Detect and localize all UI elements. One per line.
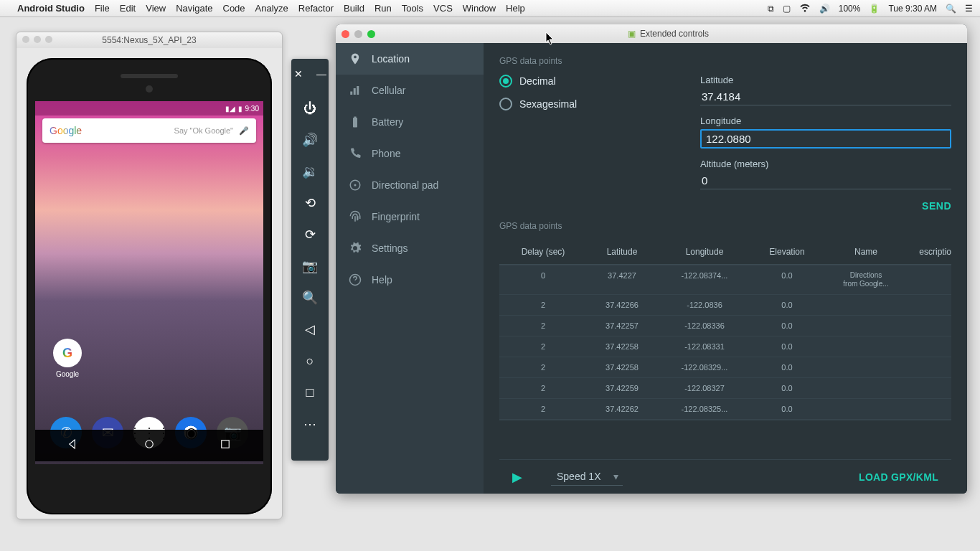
app-icon: ▣ — [628, 29, 636, 39]
svg-rect-1 — [222, 441, 230, 448]
overview-icon[interactable]: □ — [302, 385, 318, 400]
gps-table: Delay (sec)LatitudeLongitudeElevationNam… — [499, 240, 951, 459]
menu-file[interactable]: File — [95, 3, 110, 14]
sidebar-phone[interactable]: Phone — [336, 138, 484, 169]
spotlight-icon[interactable]: 🔍 — [946, 4, 956, 14]
emulator-window: 5554:Nexus_5X_API_23 ▮◢ ▮ 9:30 Google Sa… — [16, 32, 283, 519]
table-row[interactable]: 237.42257-122.083360.0 — [499, 316, 951, 336]
home-icon[interactable]: ○ — [302, 353, 318, 369]
ext-titlebar[interactable]: ▣ Extended controls — [336, 24, 967, 43]
table-row[interactable]: 037.4227-122.08374...0.0Directions from … — [499, 265, 951, 295]
table-row[interactable]: 237.42259-122.083270.0 — [499, 378, 951, 399]
play-button[interactable]: ▶ — [512, 469, 522, 485]
ext-bottom-bar: ▶ Speed 1X LOAD GPX/KML — [499, 459, 951, 494]
longitude-label: Longitude — [700, 116, 951, 126]
google-search-bar[interactable]: Google Say "Ok Google" 🎤 — [42, 118, 256, 143]
status-time: 9:30 — [245, 105, 259, 113]
menu-vcs[interactable]: VCS — [433, 3, 453, 14]
sidebar-settings[interactable]: Settings — [336, 232, 484, 264]
svg-point-3 — [354, 184, 357, 187]
volume-down-icon[interactable]: 🔉 — [302, 164, 318, 179]
phone-earpiece — [121, 74, 178, 78]
table-header: Delay (sec)LatitudeLongitudeElevationNam… — [499, 240, 951, 265]
menu-tools[interactable]: Tools — [402, 3, 423, 14]
menu-view[interactable]: View — [146, 3, 166, 14]
more-icon[interactable]: ⋯ — [302, 416, 318, 432]
section-gps-2: GPS data points — [499, 221, 951, 231]
battery-icon: ▮ — [238, 105, 242, 113]
window-title: Extended controls — [640, 29, 709, 39]
radio-sexagesimal[interactable]: Sexagesimal — [499, 98, 672, 110]
back-button[interactable] — [67, 438, 80, 453]
latitude-input[interactable] — [700, 88, 951, 105]
latitude-label: Latitude — [700, 75, 951, 85]
power-icon[interactable]: ⏻ — [302, 100, 318, 116]
airplay-icon[interactable]: ▢ — [783, 4, 791, 14]
menu-edit[interactable]: Edit — [120, 3, 136, 14]
app-name[interactable]: Android Studio — [17, 3, 85, 14]
dropbox-icon[interactable]: ⧉ — [768, 4, 774, 14]
macos-menubar: Android Studio File Edit View Navigate C… — [0, 0, 980, 17]
android-statusbar: ▮◢ ▮ 9:30 — [35, 101, 263, 116]
sidebar-location[interactable]: Location — [336, 43, 484, 75]
menu-help[interactable]: Help — [506, 3, 525, 14]
menu-build[interactable]: Build — [344, 3, 364, 14]
table-row[interactable]: 237.42258-122.083310.0 — [499, 336, 951, 357]
table-row[interactable]: 237.42266-122.08360.0 — [499, 295, 951, 316]
longitude-input[interactable] — [700, 129, 951, 149]
zoom-icon[interactable]: 🔍 — [302, 290, 318, 306]
altitude-input[interactable] — [700, 172, 951, 189]
menu-run[interactable]: Run — [374, 3, 392, 14]
speed-select[interactable]: Speed 1X — [551, 468, 623, 486]
google-logo: Google — [50, 125, 82, 136]
wifi-icon[interactable] — [799, 1, 811, 15]
emulator-toolbar: ✕ — ⏻ 🔊 🔉 ⟲ ⟳ 📷 🔍 ◁ ○ □ ⋯ — [291, 59, 329, 461]
phone-screen[interactable]: ▮◢ ▮ 9:30 Google Say "Ok Google" 🎤 G Goo… — [35, 101, 263, 464]
home-button[interactable] — [143, 438, 156, 453]
sidebar-fingerprint[interactable]: Fingerprint — [336, 201, 484, 232]
volume-icon[interactable]: 🔊 — [819, 4, 830, 14]
load-gpx-button[interactable]: LOAD GPX/KML — [859, 471, 938, 483]
altitude-label: Altitude (meters) — [700, 159, 951, 169]
ext-sidebar: Location Cellular Battery Phone Directio… — [336, 43, 484, 494]
send-button[interactable]: SEND — [922, 200, 951, 212]
window-controls[interactable] — [341, 30, 375, 38]
clock[interactable]: Tue 9:30 AM — [888, 4, 937, 14]
ext-main: GPS data points Decimal Sexagesimal Lati… — [484, 43, 967, 494]
svg-point-0 — [146, 441, 154, 448]
back-icon[interactable]: ◁ — [302, 321, 318, 337]
window-controls[interactable] — [22, 36, 52, 43]
notification-center-icon[interactable]: ☰ — [965, 4, 973, 14]
rotate-right-icon[interactable]: ⟳ — [302, 227, 318, 242]
section-gps-1: GPS data points — [499, 56, 951, 66]
google-folder[interactable]: G Google — [50, 339, 85, 378]
menu-window[interactable]: Window — [463, 3, 496, 14]
extended-controls-window: ▣ Extended controls Location Cellular Ba… — [336, 24, 967, 494]
emulator-titlebar[interactable]: 5554:Nexus_5X_API_23 — [17, 32, 282, 48]
phone-sensor — [146, 85, 153, 93]
table-row[interactable]: 237.42262-122.08325...0.0 — [499, 399, 951, 420]
close-icon[interactable]: ✕ — [291, 66, 306, 82]
screenshot-icon[interactable]: 📷 — [302, 258, 318, 274]
menu-analyze[interactable]: Analyze — [255, 3, 288, 14]
emulator-title: 5554:Nexus_5X_API_23 — [102, 35, 196, 45]
minimize-icon[interactable]: — — [314, 66, 329, 82]
battery-icon[interactable]: 🔋 — [869, 4, 880, 14]
folder-label: Google — [56, 370, 79, 378]
table-row[interactable]: 237.42258-122.08329...0.0 — [499, 357, 951, 378]
volume-up-icon[interactable]: 🔊 — [302, 132, 318, 148]
table-body[interactable]: 037.4227-122.08374...0.0Directions from … — [499, 265, 951, 420]
recents-button[interactable] — [219, 438, 232, 453]
android-navbar — [35, 430, 263, 461]
sidebar-cellular[interactable]: Cellular — [336, 75, 484, 106]
sidebar-help[interactable]: Help — [336, 264, 484, 296]
radio-decimal[interactable]: Decimal — [499, 75, 672, 88]
search-hint: Say "Ok Google" — [82, 126, 233, 135]
rotate-left-icon[interactable]: ⟲ — [302, 195, 318, 211]
sidebar-battery[interactable]: Battery — [336, 106, 484, 138]
mic-icon[interactable]: 🎤 — [239, 126, 249, 136]
sidebar-dpad[interactable]: Directional pad — [336, 169, 484, 201]
menu-refactor[interactable]: Refactor — [298, 3, 334, 14]
menu-code[interactable]: Code — [223, 3, 245, 14]
menu-navigate[interactable]: Navigate — [176, 3, 212, 14]
